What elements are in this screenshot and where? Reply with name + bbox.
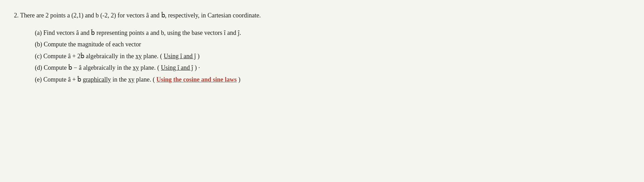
sub-part-e-xy: xy [128,76,134,83]
sub-part-c-text-main: Compute â + 2b̂ algebraically in the [43,53,135,60]
problem-intro-line: 2. There are 2 points a (2,1) and b (-2,… [14,10,630,21]
sub-part-a: (a) Find vectors â and b̂ representing p… [35,28,630,39]
sub-part-d-xy: xy [133,64,139,71]
sub-part-c-using: Using î and ĵ [164,53,196,60]
problem-intro-text: There are 2 points a (2,1) and b (-2, 2)… [20,12,261,19]
problem-container: 2. There are 2 points a (2,1) and b (-2,… [14,10,630,86]
sub-part-d-using: Using î and ĵ [161,64,193,71]
sub-part-c-label: (c) [35,53,43,60]
sub-part-a-label: (a) [35,29,43,36]
sub-part-e-label: (e) [35,76,43,83]
sub-part-e: (e) Compute â + b̂ graphically in the xy… [35,74,630,85]
problem-number-label: 2. [14,12,19,19]
sub-part-c-xy: xy [135,53,142,60]
sub-part-e-text-main: Compute â + b̂ [43,76,83,83]
sub-part-d-text-plane: plane. ( [141,64,160,71]
sub-part-e-graphically: graphically [83,76,111,83]
sub-part-d-apostrophe: · [199,64,200,71]
sub-parts-container: (a) Find vectors â and b̂ representing p… [35,28,630,85]
sub-part-e-text-plane: plane. ( [136,76,155,83]
sub-part-a-text: Find vectors â and b̂ representing point… [43,29,241,36]
sub-part-d-text-main: Compute b̂ − â algebraically in the [44,64,133,71]
sub-part-e-paren-close: ) [238,76,240,83]
sub-part-d-label: (d) [35,64,44,71]
sub-part-c: (c) Compute â + 2b̂ algebraically in the… [35,51,630,62]
sub-part-b-label: (b) [35,41,44,48]
sub-part-c-paren-close: ) [197,53,200,60]
sub-part-e-using-cosine: Using the cosine and sine laws [156,76,237,83]
sub-part-d: (d) Compute b̂ − â algebraically in the … [35,62,630,74]
sub-part-b-text: Compute the magnitude of each vector [44,41,141,48]
sub-part-d-paren-close: ) [195,64,197,71]
sub-part-b: (b) Compute the magnitude of each vector [35,39,630,50]
sub-part-e-text-in: in the [112,76,128,83]
sub-part-c-text-plane: plane. ( [143,53,162,60]
